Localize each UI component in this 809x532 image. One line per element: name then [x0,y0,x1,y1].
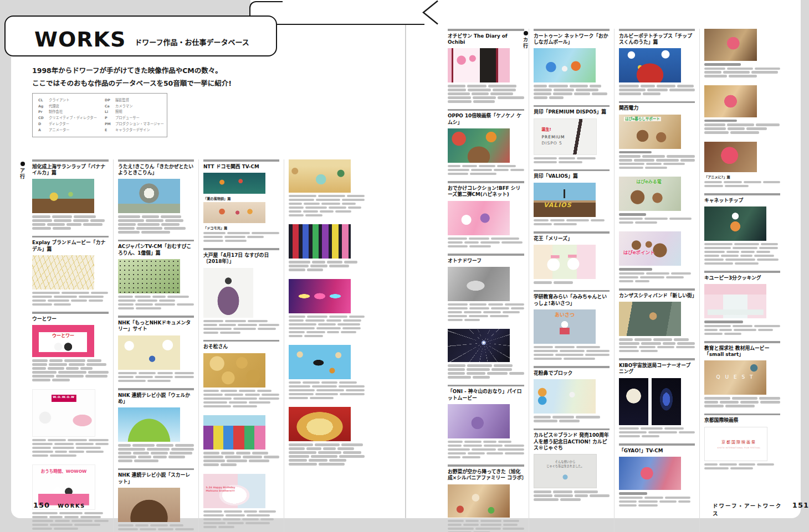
legend-term: 代理店 [49,104,59,110]
credits-blurred [118,372,194,382]
work-entry: 5.24 Happy Birthday Matsuno brothers!!! [203,474,279,528]
work-entry [448,329,524,378]
credit-line [118,456,194,458]
credit-line [704,243,780,245]
credit-line [289,397,365,399]
work-title: OPPO 10倍映画祭「ケノケノ ケムシ」 [448,113,524,126]
credit-line [32,227,109,229]
legend-abbr: E [105,127,112,133]
legend-abbr: Ca [105,104,112,110]
credit-line [448,307,524,309]
credit-line [118,376,194,378]
credit-line [32,219,109,221]
credit-line [619,500,695,503]
credits-blurred [448,303,524,321]
credit-line [448,456,524,458]
credit-line [534,223,610,225]
credit-line [534,96,610,99]
thumbnail-label: おうち時間、WOWOW [41,469,87,474]
credit-line [704,401,780,403]
legend-term: 制作会社 [49,109,63,115]
work-entry: ウーとワーウーとワー [32,312,109,381]
thumbnail-label: 5.24 Happy Birthday Matsuno brothers!!! [206,486,243,493]
entry-title-bar [203,248,279,250]
work-thumbnail [203,173,265,194]
credit-line [118,303,194,306]
work-title: オチビサン The Diary of Ochibi [448,33,524,46]
credits-blurred [619,497,695,507]
credit-line [32,363,109,365]
legend-term: クライアント [49,97,70,104]
credit-line [289,393,365,395]
credits-blurred [32,359,109,381]
credit-line [289,331,365,333]
credit-line [448,528,524,530]
thumbnail-label: はぴeみる電 [636,179,661,185]
thumbnail-label: そんな想いから [555,460,575,464]
credit-line [704,325,780,327]
entry-title-bar [704,414,780,416]
work-entry: カルピス®ブランド 発売100周年 人を想う記念日ACTION! カルピス®じゃ… [534,428,610,501]
credit-line [289,385,365,388]
thumbnail-label: じゃぐち等は生まれました。 [546,464,583,468]
credits-blurred [118,296,194,309]
credit-line [32,524,109,526]
credit-line [448,315,524,317]
works-column: 旭化成上海サランラップ「バナナイルカ」篇Explay ブランドムービー「カナデル… [28,159,113,532]
work-thumbnail [203,268,253,318]
credits-blurred [448,520,524,532]
credits-blurred [203,320,279,334]
credit-line [289,265,365,267]
legend-abbr: P [105,115,112,121]
credit-line [203,320,279,322]
credit-line [619,155,695,157]
work-thumbnail [203,353,265,388]
credit-line [619,159,695,161]
work-thumbnail [704,29,757,61]
works-grid-left-page: 旭化成上海サランラップ「バナナイルカ」篇Explay ブランドムービー「カナデル… [28,159,369,532]
credit-line [619,431,695,433]
thumbnail-label: Q U E S T [716,374,754,381]
thumbnail-label: あいさつ [555,312,575,319]
credit-line [289,389,365,391]
credit-line [534,494,610,497]
credit-line [704,259,780,261]
credit-line [704,123,780,126]
credits-blurred [534,157,610,163]
work-entry: 「アニメに?」篇 [704,142,780,187]
work-title: NTT ドコモ関西 TV-CM [203,164,279,170]
work-title: 「GYAO!」TV-CM [619,448,695,454]
work-thumbnail: 5.24 Happy Birthday Matsuno brothers!!! [203,474,265,508]
work-thumbnail [118,335,180,370]
legend-term: ディレクター [49,121,69,127]
credits-blurred [704,325,780,335]
credits-blurred [619,218,695,224]
credit-line [32,359,109,361]
work-thumbnail: VALIOS [534,183,596,217]
entry-title-bar [704,271,780,273]
credit-line [32,292,109,294]
thumbnail-label: はぴeポイント [623,250,655,256]
work-title: おでかけコレクション!BFF シリーズ第二弾CM(ハピネット) [448,185,524,198]
work-entry: 教育と探求社 教材用ムービー「small start」Q U E S T [704,341,780,407]
legend-term: クリエイティブ・ディレクター [49,115,97,121]
work-entry [289,407,365,465]
credit-line [448,241,524,244]
credit-line [118,524,194,526]
work-thumbnail [448,404,510,438]
credit-line [118,299,194,302]
credit-line [704,127,780,130]
credits-blurred [448,364,524,378]
credit-line [534,219,610,221]
credit-line [619,276,695,278]
credit-line [289,463,365,465]
credit-line [619,221,695,224]
work-entry: 学研教育みらい「みみちゃんといっしょ!あいさつ」あいさつ [534,290,610,360]
credit-line [118,296,194,298]
work-title: おそ松さん [203,344,279,350]
credit-line [704,247,780,249]
work-entry: KIBO宇宙放送局コーナーオープニング [619,358,695,437]
legend-abbr: Ag [38,104,46,110]
credit-line [619,427,695,430]
entry-title-bar [619,29,695,31]
